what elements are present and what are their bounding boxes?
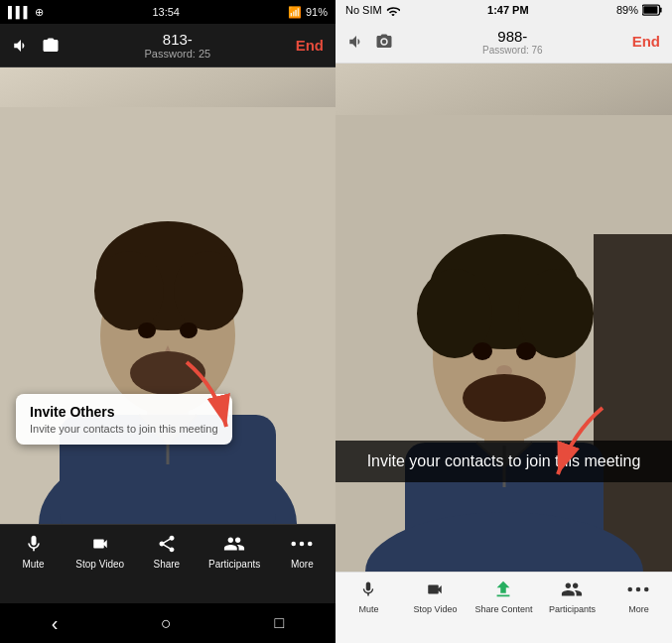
svg-point-7 bbox=[174, 251, 243, 330]
right-share-icon bbox=[488, 579, 518, 600]
more-icon bbox=[288, 533, 316, 555]
right-invite-banner: Invite your contacts to join this meetin… bbox=[336, 441, 672, 482]
svg-rect-17 bbox=[660, 8, 662, 13]
svg-point-28 bbox=[472, 342, 492, 360]
no-sim-text: No SIM bbox=[345, 4, 382, 16]
left-header: 813- Password: 25 End bbox=[0, 24, 336, 67]
share-label: Share bbox=[154, 559, 181, 570]
right-share-label: Share Content bbox=[474, 604, 532, 614]
right-video-feed bbox=[336, 64, 672, 572]
left-panel: ▌▌▌ ⊕ 13:54 📶 91% 813- Passwor bbox=[0, 0, 336, 643]
right-header-center: 988- Password: 76 bbox=[482, 28, 543, 56]
right-mute-label: Mute bbox=[358, 604, 378, 614]
left-mute-button[interactable]: Mute bbox=[9, 533, 59, 570]
left-header-center: 813- Password: 25 bbox=[144, 31, 210, 60]
back-button[interactable]: ‹ bbox=[52, 612, 59, 635]
battery-text: 91% bbox=[306, 6, 328, 18]
right-more-icon bbox=[623, 579, 653, 600]
right-participants-button[interactable]: Participants bbox=[545, 579, 599, 614]
left-toolbar: Mute Stop Video Share bbox=[0, 524, 336, 603]
recent-button[interactable]: □ bbox=[275, 614, 285, 632]
left-video-area: Invite Others Invite your contacts to jo… bbox=[0, 67, 336, 524]
svg-point-31 bbox=[463, 374, 546, 422]
right-time: 1:47 PM bbox=[487, 4, 529, 16]
right-speaker-icon bbox=[347, 33, 365, 51]
left-nav-bar: ‹ ○ □ bbox=[0, 603, 336, 643]
left-status-bar: ▌▌▌ ⊕ 13:54 📶 91% bbox=[0, 0, 336, 24]
svg-point-14 bbox=[308, 542, 313, 547]
right-status-bar: No SIM 1:47 PM 89% bbox=[336, 0, 672, 20]
mic-icon bbox=[20, 533, 48, 555]
right-mute-button[interactable]: Mute bbox=[341, 579, 395, 614]
right-video-icon bbox=[420, 579, 450, 600]
right-battery-icon bbox=[642, 4, 662, 16]
more-label: More bbox=[291, 559, 314, 570]
right-participants-icon bbox=[557, 579, 587, 600]
right-toolbar: Mute Stop Video Share Content bbox=[336, 572, 672, 643]
right-mic-icon bbox=[353, 579, 383, 600]
svg-rect-16 bbox=[643, 6, 657, 14]
signal-icon: ▌▌▌ bbox=[8, 6, 31, 18]
right-end-button[interactable]: End bbox=[632, 33, 660, 50]
right-camera-icon bbox=[375, 33, 393, 51]
camera-icon bbox=[42, 37, 60, 55]
right-participants-label: Participants bbox=[549, 604, 596, 614]
video-icon bbox=[86, 533, 114, 555]
svg-point-35 bbox=[636, 587, 641, 592]
right-status-right: 89% bbox=[616, 4, 662, 16]
extra-icons: ⊕ bbox=[35, 6, 44, 19]
right-share-button[interactable]: Share Content bbox=[474, 579, 532, 614]
right-video-area: Invite your contacts to join this meetin… bbox=[336, 64, 672, 572]
right-more-button[interactable]: More bbox=[611, 579, 665, 614]
left-header-icons bbox=[12, 37, 60, 55]
right-red-arrow bbox=[543, 403, 612, 482]
left-stop-video-button[interactable]: Stop Video bbox=[75, 533, 125, 570]
left-participants-button[interactable]: Participants bbox=[208, 533, 260, 570]
right-more-label: More bbox=[628, 604, 649, 614]
participants-icon bbox=[220, 533, 248, 555]
svg-point-9 bbox=[180, 322, 198, 338]
home-button[interactable]: ○ bbox=[161, 613, 172, 634]
left-status-left: ▌▌▌ ⊕ bbox=[8, 6, 44, 19]
svg-point-34 bbox=[628, 587, 633, 592]
svg-point-36 bbox=[644, 587, 649, 592]
right-battery: 89% bbox=[616, 4, 638, 16]
share-icon bbox=[153, 533, 181, 555]
left-password: Password: 25 bbox=[144, 48, 210, 60]
left-red-arrow bbox=[177, 357, 236, 437]
svg-point-29 bbox=[516, 342, 536, 360]
right-status-left: No SIM bbox=[345, 4, 400, 16]
right-wifi-icon bbox=[386, 4, 400, 16]
left-share-button[interactable]: Share bbox=[142, 533, 192, 570]
right-header: 988- Password: 76 End bbox=[336, 20, 672, 64]
right-panel: No SIM 1:47 PM 89% bbox=[336, 0, 672, 643]
right-password: Password: 76 bbox=[482, 45, 543, 56]
svg-point-18 bbox=[382, 39, 387, 44]
left-end-button[interactable]: End bbox=[296, 37, 324, 54]
participants-label: Participants bbox=[208, 559, 260, 570]
right-stop-video-button[interactable]: Stop Video bbox=[408, 579, 462, 614]
right-header-icons bbox=[347, 33, 393, 51]
left-status-right: 📶 91% bbox=[288, 6, 328, 19]
left-meeting-id: 813- bbox=[144, 31, 210, 48]
left-time: 13:54 bbox=[152, 6, 180, 18]
svg-point-12 bbox=[292, 542, 297, 547]
svg-point-8 bbox=[138, 322, 156, 338]
mute-label: Mute bbox=[22, 559, 44, 570]
right-meeting-id: 988- bbox=[482, 28, 543, 45]
right-stop-video-label: Stop Video bbox=[414, 604, 458, 614]
stop-video-label: Stop Video bbox=[75, 559, 124, 570]
left-video-feed bbox=[0, 67, 336, 524]
svg-point-6 bbox=[94, 251, 164, 330]
left-more-button[interactable]: More bbox=[277, 533, 327, 570]
speaker-icon bbox=[12, 37, 30, 55]
svg-point-13 bbox=[300, 542, 305, 547]
wifi-icon: 📶 bbox=[288, 6, 302, 19]
